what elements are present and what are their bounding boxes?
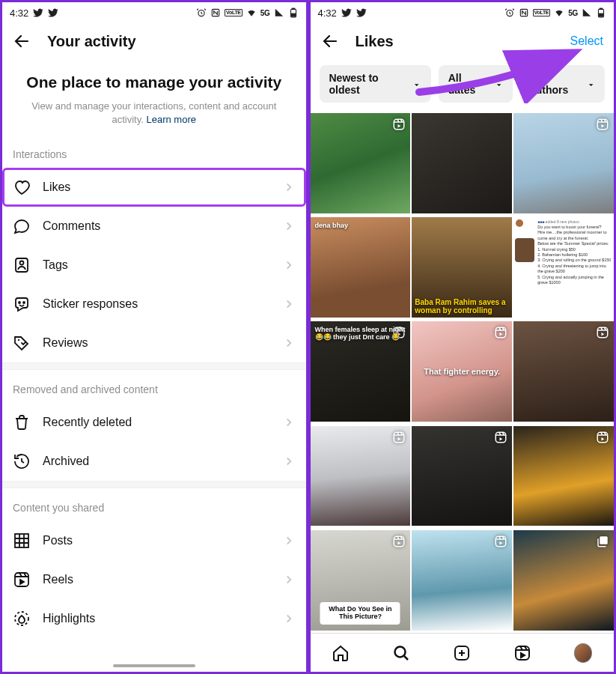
section-label-removed: Removed and archived content [2,370,306,403]
reel-icon [494,431,507,444]
section-label-shared: Content you shared [2,488,306,521]
carousel-icon [596,535,609,548]
reel-icon [494,535,507,548]
svg-point-8 [23,302,25,303]
row-posts[interactable]: Posts [2,521,306,560]
row-label: Highlights [43,612,95,625]
alarm-icon [196,7,207,18]
reel-icon [392,535,406,548]
back-icon[interactable] [13,32,31,50]
chevron-right-icon [282,573,296,586]
row-label: Posts [43,534,73,547]
liked-tile[interactable] [513,530,614,631]
chevron-down-icon [495,79,503,88]
header-your-activity: Your activity [2,23,306,59]
svg-rect-3 [292,8,295,9]
row-label: Tags [43,258,68,272]
chevron-right-icon [282,180,296,194]
chevron-down-icon [412,79,421,88]
review-icon [13,334,31,352]
reel-icon [392,118,406,131]
signal-icon [582,7,592,18]
network-label: 5G [568,9,578,17]
row-comments[interactable]: Comments [2,207,306,246]
chevron-right-icon [282,416,296,429]
svg-rect-26 [495,536,506,547]
archive-icon [13,452,31,470]
chevron-right-icon [282,534,296,547]
nav-search-icon[interactable] [392,644,410,662]
row-sticker-responses[interactable]: Sticker responses [2,285,306,324]
liked-tile[interactable]: What Do You See in This Picture? [311,530,411,631]
grid-icon [13,532,31,550]
status-bar: 4:32 VoLTE 5G [311,2,615,23]
svg-rect-4 [291,13,295,16]
svg-rect-15 [600,8,603,9]
tile-overlay-text: dena bhay [315,222,349,229]
chevron-right-icon [282,297,296,311]
twitter-icon [33,7,43,18]
intro-heading: One place to manage your activity [25,73,284,92]
row-highlights[interactable]: Highlights [2,599,306,638]
filter-authors[interactable]: All authors [520,65,605,103]
wifi-icon [246,7,257,18]
liked-tile[interactable] [412,113,512,213]
row-reviews[interactable]: Reviews [2,324,306,362]
comment-icon [13,217,31,235]
reel-icon [596,326,609,339]
row-tags[interactable]: Tags [2,246,306,285]
network-label: 5G [260,9,270,17]
filter-sort[interactable]: Newest to oldest [320,65,431,103]
back-icon[interactable] [321,32,339,50]
row-archived[interactable]: Archived [2,442,306,481]
nav-create-icon[interactable] [453,644,471,662]
select-button[interactable]: Select [570,34,603,48]
liked-tile[interactable] [311,426,411,526]
nav-profile-avatar[interactable] [574,644,592,662]
nfc-icon [519,7,529,18]
filter-label: All authors [530,72,582,96]
filter-dates[interactable]: All dates [439,65,513,103]
liked-tile[interactable] [311,113,411,213]
liked-tile[interactable]: When females sleep at night 😂😂 they just… [311,321,411,422]
svg-rect-25 [394,536,405,547]
filter-label: Newest to oldest [329,72,408,96]
liked-tile[interactable] [412,426,512,526]
svg-rect-18 [597,119,608,130]
row-label: Comments [43,219,100,233]
tile-meme-content: ■■■ added 8 new photos.Do you want to bo… [513,217,614,318]
liked-tile[interactable] [412,530,512,631]
liked-tile[interactable]: Baba Ram Rahim saves a woman by controll… [412,217,512,318]
home-indicator [113,664,195,667]
row-label: Reels [43,573,73,586]
row-reels[interactable]: Reels [2,560,306,599]
learn-more-link[interactable]: Learn more [147,114,196,125]
status-time: 4:32 [10,7,28,19]
svg-rect-20 [495,328,506,338]
row-recently-deleted[interactable]: Recently deleted [2,403,306,442]
liked-tile[interactable]: dena bhay [311,217,411,318]
filter-bar: Newest to oldest All dates All authors [311,59,615,113]
nav-reels-icon[interactable] [513,644,531,662]
twitter-icon [48,7,58,18]
nav-home-icon[interactable] [332,644,350,662]
chevron-down-icon [587,79,595,88]
header-likes: Likes Select [311,23,615,59]
liked-tile[interactable] [513,113,614,213]
chevron-right-icon [282,258,296,272]
svg-rect-17 [394,119,405,130]
liked-tile[interactable]: That fighter energy. [412,321,512,422]
row-label: Likes [43,180,70,194]
row-likes[interactable]: Likes [2,168,306,207]
nfc-icon [210,7,221,18]
chevron-right-icon [282,219,296,233]
liked-tile[interactable]: ■■■ added 8 new photos.Do you want to bo… [513,217,614,318]
battery-icon [288,7,299,18]
section-divider [2,481,306,488]
phone-right-likes: 4:32 VoLTE 5G Likes Select Newest to old… [308,0,617,674]
svg-rect-22 [394,432,405,443]
svg-rect-27 [600,536,608,544]
liked-tile[interactable] [513,426,614,526]
liked-tile[interactable] [513,321,614,422]
svg-rect-21 [597,328,608,338]
